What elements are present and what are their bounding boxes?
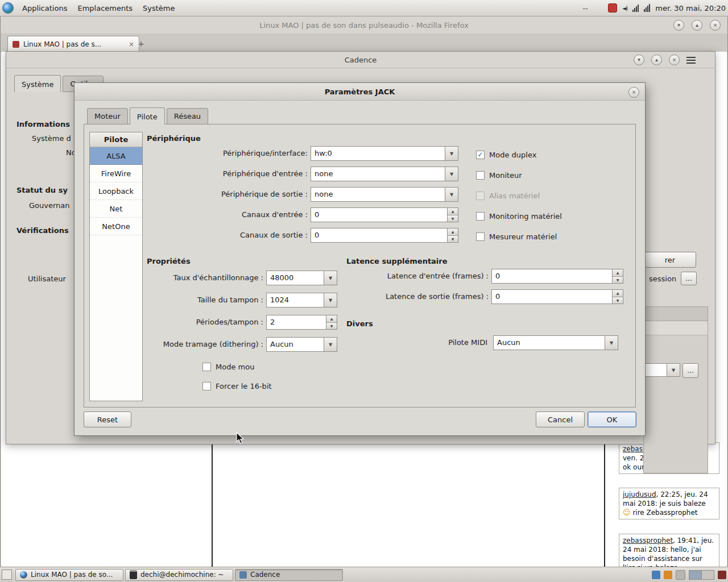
dropdown-arrow-icon[interactable]: ▼ — [445, 147, 458, 160]
tray-icon-1[interactable] — [652, 571, 660, 579]
spin-up-icon[interactable]: ▲ — [613, 269, 623, 277]
cadence-shade-button[interactable]: ▾ — [634, 55, 644, 65]
firefox-unshade-button[interactable]: ▴ — [692, 20, 702, 31]
signal-meter-icon[interactable] — [644, 4, 650, 12]
driver-item-firewire[interactable]: FireWire — [90, 165, 142, 182]
driver-item-net[interactable]: Net — [90, 200, 142, 218]
dropdown-arrow-icon[interactable]: ▼ — [324, 271, 337, 285]
cadence-tab-systeme[interactable]: Système — [14, 75, 61, 92]
firefox-shade-button[interactable]: ▾ — [673, 20, 684, 31]
dropdown-arrow-icon[interactable]: ▼ — [324, 338, 337, 351]
session-browse-button[interactable]: ... — [681, 272, 697, 285]
spin-down-icon[interactable]: ▼ — [326, 323, 337, 330]
dropdown-arrow-icon[interactable]: ▼ — [667, 364, 680, 376]
task-button-terminal[interactable]: dechi@dechimochine: ~ — [125, 569, 233, 581]
chat-author-link[interactable]: zebassprophet — [623, 537, 673, 544]
checkbox-forcer-16bit[interactable]: Forcer le 16-bit — [202, 381, 272, 391]
sample-rate-select[interactable]: 48000 ▼ — [266, 271, 337, 285]
task-button-firefox[interactable]: Linux MAO | pas de so... — [15, 569, 123, 581]
buffer-size-select[interactable]: 1024 ▼ — [266, 293, 337, 307]
firefox-close-button[interactable]: × — [710, 20, 721, 31]
tray-icon-4[interactable] — [718, 571, 726, 579]
gouvernance-label: Gouvernan — [29, 201, 70, 210]
device-input-label: Périphérique d'entrée : — [147, 169, 308, 178]
clock[interactable]: mer. 30 mai, 20:20 — [655, 4, 726, 13]
new-tab-button[interactable]: + — [135, 38, 147, 49]
spin-up-icon[interactable]: ▲ — [448, 228, 458, 236]
output-channels-spinner[interactable]: 0 ▲▼ — [311, 228, 458, 243]
checkbox-moniteur[interactable]: Moniteur — [476, 170, 522, 180]
output-latency-label: Latence de sortie (frames) : — [346, 292, 489, 301]
tab-close-icon[interactable]: × — [129, 40, 134, 48]
menu-hamburger-icon[interactable] — [686, 57, 696, 64]
browser-tab[interactable]: Linux MAO | pas de s... × — [7, 36, 139, 52]
spin-down-icon[interactable]: ▼ — [613, 277, 623, 284]
chat-author-link[interactable]: jujudusud — [623, 490, 656, 498]
input-latency-spinner[interactable]: 0 ▲▼ — [491, 269, 623, 284]
tray-icon-3[interactable] — [676, 570, 685, 580]
dropdown-arrow-icon[interactable]: ▼ — [445, 167, 458, 181]
midi-driver-select[interactable]: Aucun ▼ — [493, 335, 618, 350]
close-icon: × — [713, 23, 718, 28]
menu-emplacements[interactable]: Emplacements — [72, 2, 138, 15]
cadence-close-button[interactable]: × — [669, 55, 680, 65]
dropdown-arrow-icon[interactable]: ▼ — [445, 188, 458, 201]
periods-spinner[interactable]: 2 ▲▼ — [266, 315, 337, 330]
statut-label: Statut du sy — [16, 186, 68, 194]
spin-up-icon[interactable]: ▲ — [326, 315, 337, 323]
checkbox-mode-mou[interactable]: Mode mou — [202, 361, 254, 372]
task-button-cadence[interactable]: Cadence — [235, 569, 343, 581]
device-output-select[interactable]: none ▼ — [311, 187, 458, 202]
tray-icon-2[interactable] — [664, 571, 672, 579]
spin-down-icon[interactable]: ▼ — [613, 297, 623, 304]
menu-applications[interactable]: Applications — [17, 2, 72, 15]
jack-dialog-close-button[interactable]: × — [628, 87, 639, 98]
show-desktop-icon[interactable] — [2, 569, 12, 580]
distro-menu-icon[interactable] — [2, 2, 14, 14]
firefox-tabbar: Linux MAO | pas de s... × + — [1, 34, 727, 52]
driver-item-alsa[interactable]: ALSA — [90, 147, 142, 165]
device-input-select[interactable]: none ▼ — [311, 167, 458, 181]
close-icon: × — [632, 90, 636, 95]
side-browse-button[interactable]: ... — [682, 363, 698, 378]
checkbox-mode-duplex[interactable]: ✓ Mode duplex — [476, 149, 536, 160]
input-channels-label: Canaux d'entrée : — [147, 210, 308, 219]
driver-item-netone[interactable]: NetOne — [90, 218, 142, 235]
dropdown-arrow-icon[interactable]: ▼ — [324, 293, 337, 307]
device-interface-select[interactable]: hw:0 ▼ — [311, 146, 458, 161]
cadence-side-select[interactable]: ▼ — [645, 363, 680, 377]
spin-down-icon[interactable]: ▼ — [448, 215, 458, 222]
demarrer-button-fragment[interactable]: rer — [644, 252, 696, 268]
menu-systeme[interactable]: Système — [138, 2, 180, 15]
driver-item-loopback[interactable]: Loopback — [90, 182, 142, 200]
device-output-value: none — [311, 188, 445, 201]
checkbox-mesureur-materiel[interactable]: Mesureur matériel — [476, 231, 557, 242]
cadence-titlebar[interactable]: Cadence — [6, 52, 715, 68]
dropdown-arrow-icon[interactable]: ▼ — [605, 336, 618, 350]
cadence-unshade-button[interactable]: ▴ — [651, 55, 662, 65]
jack-dialog-titlebar[interactable]: Paramètres JACK — [75, 83, 645, 101]
checkbox-monitoring-materiel[interactable]: Monitoring matériel — [476, 211, 562, 221]
jack-tab-reseau[interactable]: Réseau — [167, 108, 208, 124]
checkbox-label: Alias matériel — [489, 192, 540, 200]
ok-button[interactable]: OK — [588, 411, 636, 427]
volume-icon[interactable]: ◄) — [622, 5, 628, 11]
checkbox-icon — [202, 382, 211, 390]
dithering-select[interactable]: Aucun ▼ — [266, 337, 337, 352]
workspace-switcher[interactable] — [689, 570, 714, 580]
spin-down-icon[interactable]: ▼ — [448, 236, 458, 243]
firefox-titlebar[interactable]: Linux MAO | pas de son dans pulseaudio -… — [1, 16, 727, 34]
spin-up-icon[interactable]: ▲ — [613, 290, 623, 297]
alert-tray-icon[interactable] — [608, 3, 617, 13]
jack-tab-pilote[interactable]: Pilote — [130, 107, 165, 124]
firefox-window-title: Linux MAO | pas de son dans pulseaudio -… — [259, 21, 469, 30]
status-dashes: -- — [582, 4, 588, 13]
spin-up-icon[interactable]: ▲ — [448, 208, 458, 215]
chevron-down-icon: ▾ — [677, 23, 680, 28]
network-signal-icon[interactable] — [632, 4, 639, 12]
output-latency-spinner[interactable]: 0 ▲▼ — [491, 289, 623, 304]
cancel-button[interactable]: Cancel — [536, 411, 585, 427]
reset-button[interactable]: Reset — [84, 411, 131, 427]
input-channels-spinner[interactable]: 0 ▲▼ — [311, 207, 458, 222]
jack-tab-moteur[interactable]: Moteur — [87, 108, 128, 124]
